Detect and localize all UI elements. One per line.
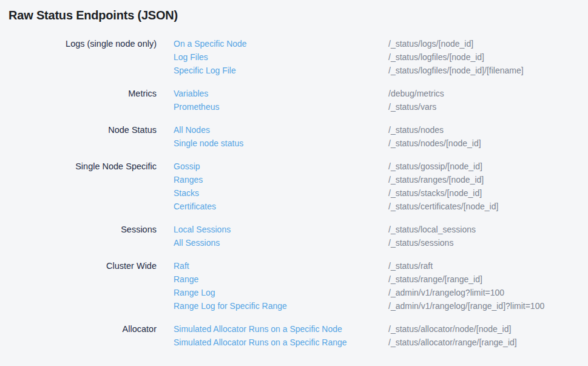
- endpoint-path: /_status/logfiles/[node_id]: [388, 50, 484, 64]
- category-label: Single Node Specific: [8, 160, 157, 213]
- endpoint-link[interactable]: Simulated Allocator Runs on a Specific R…: [174, 336, 388, 349]
- endpoint-link[interactable]: Log Files: [174, 50, 388, 64]
- endpoint-link[interactable]: Variables: [174, 87, 388, 100]
- endpoint-entries: Gossip/_status/gossip/[node_id]Ranges/_s…: [174, 160, 588, 213]
- endpoint-path: /_status/stacks/[node_id]: [388, 186, 482, 200]
- endpoint-row: Range Log/_admin/v1/rangelog?limit=100: [174, 286, 588, 299]
- endpoint-row: Specific Log File/_status/logfiles/[node…: [174, 64, 588, 77]
- endpoint-link[interactable]: Certificates: [174, 200, 388, 213]
- endpoint-link[interactable]: Single node status: [174, 137, 388, 150]
- endpoint-path: /_admin/v1/rangelog?limit=100: [388, 286, 504, 299]
- endpoint-link[interactable]: Specific Log File: [174, 64, 388, 77]
- endpoint-link[interactable]: All Nodes: [174, 123, 388, 137]
- endpoint-path: /_status/local_sessions: [388, 223, 476, 236]
- endpoint-path: /_status/certificates/[node_id]: [388, 200, 498, 213]
- endpoint-path: /_status/allocator/node/[node_id]: [388, 322, 511, 336]
- endpoint-path: /_status/allocator/range/[range_id]: [388, 336, 517, 349]
- endpoint-group: Logs (single node only)On a Specific Nod…: [8, 37, 588, 77]
- endpoint-path: /_status/range/[range_id]: [388, 273, 482, 286]
- endpoint-row: Simulated Allocator Runs on a Specific N…: [174, 322, 588, 336]
- endpoint-groups: Logs (single node only)On a Specific Nod…: [8, 37, 588, 349]
- endpoint-path: /_status/nodes: [388, 123, 444, 137]
- endpoint-entries: Local Sessions/_status/local_sessionsAll…: [174, 223, 588, 249]
- endpoint-row: Certificates/_status/certificates/[node_…: [174, 200, 588, 213]
- endpoint-link[interactable]: Local Sessions: [174, 223, 388, 236]
- endpoint-group: MetricsVariables/debug/metricsPrometheus…: [8, 87, 588, 114]
- endpoint-row: Log Files/_status/logfiles/[node_id]: [174, 50, 588, 64]
- endpoint-link[interactable]: Raft: [174, 259, 388, 273]
- endpoint-row: All Sessions/_status/sessions: [174, 236, 588, 249]
- endpoint-row: Simulated Allocator Runs on a Specific R…: [174, 336, 588, 349]
- endpoint-link[interactable]: Range Log for Specific Range: [174, 299, 388, 313]
- endpoint-group: AllocatorSimulated Allocator Runs on a S…: [8, 322, 588, 349]
- endpoint-row: On a Specific Node/_status/logs/[node_id…: [174, 37, 588, 50]
- endpoint-path: /_status/logfiles/[node_id]/[filename]: [388, 64, 524, 77]
- endpoint-link[interactable]: On a Specific Node: [174, 37, 388, 50]
- endpoint-link[interactable]: Prometheus: [174, 100, 388, 114]
- endpoint-link[interactable]: Range Log: [174, 286, 388, 299]
- endpoint-link[interactable]: All Sessions: [174, 236, 388, 249]
- endpoint-row: All Nodes/_status/nodes: [174, 123, 588, 137]
- endpoint-row: Range/_status/range/[range_id]: [174, 273, 588, 286]
- category-label: Cluster Wide: [8, 259, 157, 313]
- endpoint-link[interactable]: Gossip: [174, 160, 388, 173]
- page-title: Raw Status Endpoints (JSON): [8, 7, 588, 23]
- category-label: Metrics: [8, 87, 157, 114]
- endpoint-row: Local Sessions/_status/local_sessions: [174, 223, 588, 236]
- category-label: Allocator: [8, 322, 157, 349]
- endpoint-row: Range Log for Specific Range/_admin/v1/r…: [174, 299, 588, 313]
- endpoint-link[interactable]: Stacks: [174, 186, 388, 200]
- category-label: Logs (single node only): [8, 37, 157, 77]
- endpoint-row: Gossip/_status/gossip/[node_id]: [174, 160, 588, 173]
- endpoint-path: /_status/logs/[node_id]: [388, 37, 473, 50]
- endpoint-entries: All Nodes/_status/nodesSingle node statu…: [174, 123, 588, 150]
- category-label: Sessions: [8, 223, 157, 249]
- endpoint-path: /_status/sessions: [388, 236, 453, 249]
- endpoint-group: Single Node SpecificGossip/_status/gossi…: [8, 160, 588, 213]
- endpoint-link[interactable]: Simulated Allocator Runs on a Specific N…: [174, 322, 388, 336]
- endpoint-row: Raft/_status/raft: [174, 259, 588, 273]
- endpoint-row: Stacks/_status/stacks/[node_id]: [174, 186, 588, 200]
- endpoint-path: /_admin/v1/rangelog/[range_id]?limit=100: [388, 299, 544, 313]
- endpoint-link[interactable]: Ranges: [174, 173, 388, 186]
- endpoint-path: /debug/metrics: [388, 87, 444, 100]
- endpoint-group: Cluster WideRaft/_status/raftRange/_stat…: [8, 259, 588, 313]
- endpoint-entries: Raft/_status/raftRange/_status/range/[ra…: [174, 259, 588, 313]
- endpoint-path: /_status/vars: [388, 100, 436, 114]
- endpoint-row: Prometheus/_status/vars: [174, 100, 588, 114]
- endpoint-path: /_status/raft: [388, 259, 433, 273]
- raw-status-endpoints-page: Raw Status Endpoints (JSON) Logs (single…: [0, 0, 588, 349]
- endpoint-row: Ranges/_status/ranges/[node_id]: [174, 173, 588, 186]
- endpoint-entries: Simulated Allocator Runs on a Specific N…: [174, 322, 588, 349]
- endpoint-entries: Variables/debug/metricsPrometheus/_statu…: [174, 87, 588, 114]
- endpoint-entries: On a Specific Node/_status/logs/[node_id…: [174, 37, 588, 77]
- endpoint-group: SessionsLocal Sessions/_status/local_ses…: [8, 223, 588, 249]
- endpoint-row: Single node status/_status/nodes/[node_i…: [174, 137, 588, 150]
- endpoint-path: /_status/nodes/[node_id]: [388, 137, 481, 150]
- endpoint-row: Variables/debug/metrics: [174, 87, 588, 100]
- endpoint-path: /_status/gossip/[node_id]: [388, 160, 482, 173]
- category-label: Node Status: [8, 123, 157, 150]
- endpoint-path: /_status/ranges/[node_id]: [388, 173, 484, 186]
- endpoint-link[interactable]: Range: [174, 273, 388, 286]
- endpoint-group: Node StatusAll Nodes/_status/nodesSingle…: [8, 123, 588, 150]
